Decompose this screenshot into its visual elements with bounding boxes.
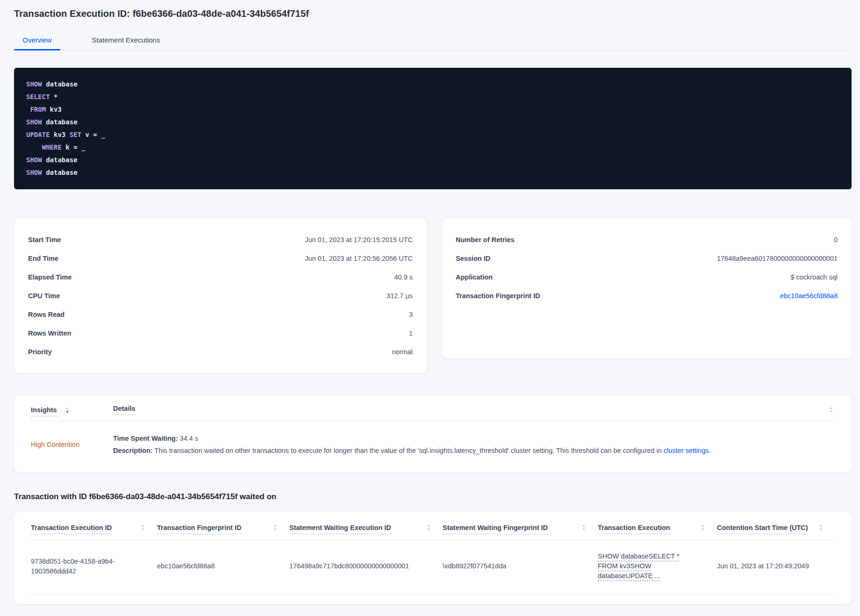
- sort-icon[interactable]: ▲▼: [65, 407, 69, 414]
- statement-waiting-execution-id-header[interactable]: Statement Waiting Execution ID: [289, 524, 391, 534]
- sort-icon[interactable]: ▲▼: [141, 524, 145, 531]
- insights-card: Insights ▲▼ Details ▲▼ High Contention T…: [14, 395, 852, 473]
- sql-line: SELECT *: [26, 91, 839, 103]
- row-label: Number of Retries: [456, 235, 515, 244]
- row-value: 1: [409, 329, 413, 338]
- row-label: CPU Time: [28, 291, 60, 301]
- summary-row-end-time: End Time Jun 01, 2023 at 17:20:56:2056 U…: [28, 249, 413, 268]
- summary-row-rows-read: Rows Read 3: [28, 305, 413, 324]
- transaction-execution-link[interactable]: SHOW databaseSELECT * FROM kv3SHOW datab…: [598, 552, 681, 581]
- waited-on-heading: Transaction with ID f6be6366-da03-48de-a…: [14, 492, 852, 501]
- row-label: End Time: [28, 254, 58, 263]
- sort-icon[interactable]: ▲▼: [582, 524, 586, 531]
- transaction-fingerprint-link[interactable]: ebc10ae56cfd88a8: [780, 291, 838, 301]
- header-cell: Statement Waiting Execution ID▲▼: [289, 524, 443, 540]
- sql-line: FROM kv3: [26, 103, 839, 116]
- summary-row-start-time: Start Time Jun 01, 2023 at 17:20:15:2015…: [28, 230, 413, 249]
- row-value: $ cockroach sql: [790, 272, 838, 282]
- waited-on-header-row: Transaction Execution ID▲▼ Transaction F…: [31, 524, 835, 540]
- row-label: Start Time: [28, 235, 61, 244]
- header-cell: Transaction Execution▲▼: [598, 524, 717, 540]
- row-label: Elapsed Time: [28, 272, 72, 282]
- summary-row-elapsed-time: Elapsed Time 40.9 s: [28, 268, 413, 287]
- sort-icon[interactable]: ▲▼: [701, 524, 705, 531]
- description-text: This transaction waited on other transac…: [153, 447, 664, 454]
- row-label: Transaction Fingerprint ID: [456, 291, 540, 301]
- tab-bar: Overview Statement Executions: [14, 33, 852, 50]
- summary-row-retries: Number of Retries 0: [456, 230, 838, 249]
- row-label: Application: [456, 272, 493, 282]
- sort-icon[interactable]: ▲▼: [829, 406, 833, 414]
- row-value: normal: [392, 347, 413, 357]
- tab-statement-executions[interactable]: Statement Executions: [84, 33, 169, 50]
- sort-icon[interactable]: ▲▼: [273, 524, 277, 531]
- summary-row-session-id: Session ID 17648a9eea6017800000000000000…: [456, 249, 838, 268]
- sql-line: SHOW database: [26, 166, 839, 179]
- sql-line: UPDATE kv3 SET v = _: [26, 129, 839, 141]
- row-label: Rows Written: [28, 329, 71, 338]
- execution-times-card: Start Time Jun 01, 2023 at 17:20:15:2015…: [14, 218, 427, 373]
- statement-waiting-execution-id-cell: 176498a9c717bdc80000000000000001: [289, 540, 443, 595]
- summary-cards-row: Start Time Jun 01, 2023 at 17:20:15:2015…: [14, 218, 852, 373]
- row-label: Priority: [28, 347, 52, 357]
- insights-table-header: Insights ▲▼ Details ▲▼: [31, 405, 835, 421]
- header-cell: Contention Start Time (UTC)▲▼: [717, 524, 835, 540]
- time-spent-waiting-label: Time Spent Waiting:: [113, 435, 178, 442]
- contention-start-time-cell: Jun 01, 2023 at 17:20:49:2049: [717, 540, 835, 595]
- tab-overview[interactable]: Overview: [14, 33, 60, 50]
- summary-row-cpu-time: CPU Time 312.7 µs: [28, 287, 413, 305]
- description-label: Description:: [113, 447, 153, 454]
- session-details-card: Number of Retries 0 Session ID 17648a9ee…: [442, 218, 852, 358]
- transaction-execution-header[interactable]: Transaction Execution: [598, 524, 670, 534]
- summary-row-application: Application $ cockroach sql: [456, 268, 838, 287]
- statement-waiting-fingerprint-id-cell: \xdb8922f077541dda: [443, 540, 598, 595]
- header-cell: Transaction Execution ID▲▼: [31, 524, 157, 540]
- header-cell: Transaction Fingerprint ID▲▼: [157, 524, 289, 540]
- sql-statements-box: SHOW databaseSELECT * FROM kv3SHOW datab…: [14, 68, 852, 189]
- sort-icon[interactable]: ▲▼: [819, 524, 823, 531]
- sort-icon[interactable]: ▲▼: [427, 524, 430, 531]
- row-value: 312.7 µs: [387, 291, 413, 301]
- insights-column-header[interactable]: Insights: [31, 406, 57, 416]
- time-spent-waiting-value: 34.4 s: [178, 435, 199, 442]
- row-value: 40.9 s: [394, 272, 413, 282]
- insights-header-cell: Insights ▲▼: [31, 406, 96, 414]
- sql-line: SHOW database: [26, 116, 839, 129]
- table-row: 9738d051-bc0e-4158-a9b4-1903586ddd42 ebc…: [31, 540, 835, 595]
- row-value: 17648a9eea6017800000000000000001: [717, 254, 838, 263]
- waited-on-table: Transaction Execution ID▲▼ Transaction F…: [31, 524, 835, 595]
- sql-line: WHERE k = _: [26, 141, 839, 154]
- sql-line: SHOW database: [26, 78, 839, 91]
- row-label: Session ID: [456, 254, 490, 263]
- insight-type-label: High Contention: [31, 441, 96, 448]
- description-suffix: .: [709, 447, 710, 454]
- transaction-details-page: Transaction Execution ID: f6be6366-da03-…: [0, 0, 860, 604]
- transaction-execution-cell: SHOW databaseSELECT * FROM kv3SHOW datab…: [598, 540, 717, 595]
- transaction-execution-id-cell: 9738d051-bc0e-4158-a9b4-1903586ddd42: [31, 540, 157, 595]
- cluster-settings-link[interactable]: cluster settings: [664, 447, 709, 454]
- contention-start-time-header[interactable]: Contention Start Time (UTC): [717, 524, 808, 534]
- statement-waiting-fingerprint-id-header[interactable]: Statement Waiting Fingerprint ID: [443, 524, 548, 534]
- header-cell: Statement Waiting Fingerprint ID▲▼: [443, 524, 598, 540]
- row-value: Jun 01, 2023 at 17:20:56:2056 UTC: [305, 254, 413, 263]
- insight-row: High Contention Time Spent Waiting: 34.4…: [31, 421, 835, 460]
- page-title: Transaction Execution ID: f6be6366-da03-…: [14, 0, 852, 19]
- row-value: Jun 01, 2023 at 17:20:15:2015 UTC: [305, 235, 413, 244]
- transaction-execution-id-header[interactable]: Transaction Execution ID: [31, 524, 112, 534]
- waited-on-table-card: Transaction Execution ID▲▼ Transaction F…: [14, 512, 852, 604]
- summary-row-fingerprint-id: Transaction Fingerprint ID ebc10ae56cfd8…: [456, 287, 838, 305]
- details-column-header[interactable]: Details: [113, 405, 136, 415]
- transaction-fingerprint-id-cell: ebc10ae56cfd88a8: [157, 540, 289, 595]
- row-value: 0: [834, 235, 838, 244]
- summary-row-rows-written: Rows Written 1: [28, 324, 413, 343]
- insight-details: Time Spent Waiting: 34.4 s Description: …: [113, 432, 710, 457]
- row-label: Rows Read: [28, 310, 64, 319]
- row-value: 3: [409, 310, 413, 319]
- sql-line: SHOW database: [26, 154, 839, 166]
- summary-row-priority: Priority normal: [28, 343, 413, 361]
- transaction-fingerprint-id-header[interactable]: Transaction Fingerprint ID: [157, 524, 241, 534]
